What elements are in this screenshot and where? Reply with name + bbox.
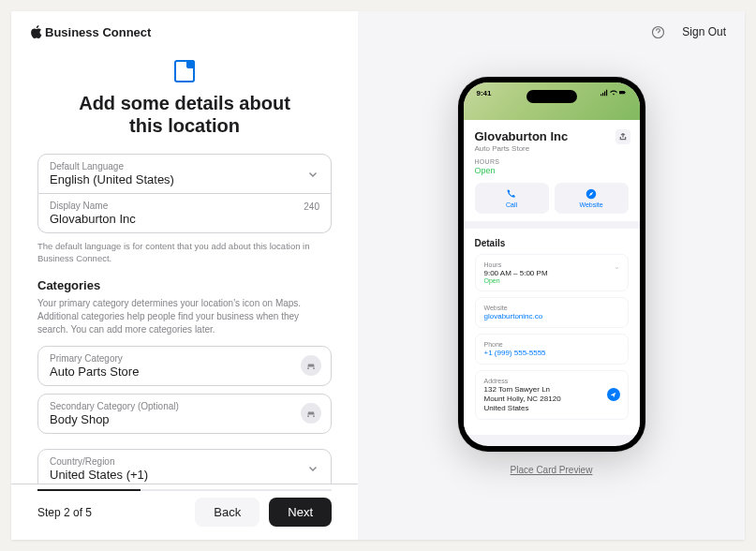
svg-rect-2 bbox=[625, 92, 626, 93]
secondary-category-field[interactable]: Secondary Category (Optional) Body Shop bbox=[37, 394, 332, 434]
share-icon bbox=[615, 129, 630, 144]
help-icon[interactable] bbox=[651, 25, 665, 39]
language-hint: The default language is for content that… bbox=[37, 241, 332, 265]
chevron-down-icon bbox=[306, 462, 319, 475]
wifi-icon bbox=[610, 89, 617, 97]
navigate-icon bbox=[607, 388, 620, 401]
place-card: Glovaburton Inc Auto Parts Store HOURS O… bbox=[464, 120, 640, 221]
apple-logo-icon bbox=[30, 25, 42, 38]
display-name-field[interactable]: Display Name Glovaburton Inc 240 bbox=[37, 194, 332, 233]
detail-website: Website glovaburtoninc.co bbox=[475, 297, 629, 328]
svg-rect-1 bbox=[619, 91, 625, 94]
call-action: Call bbox=[475, 183, 549, 214]
category-icon bbox=[301, 403, 321, 424]
status-icons bbox=[600, 89, 627, 97]
step-indicator: Step 2 of 5 bbox=[37, 506, 92, 519]
details-section: Details Hours 9:00 AM – 5:00 PM Open ⌄ W… bbox=[464, 229, 640, 435]
details-heading: Details bbox=[475, 238, 629, 248]
topbar: Business Connect Sign Out bbox=[11, 11, 745, 52]
brand-text: Business Connect bbox=[45, 25, 151, 39]
back-button[interactable]: Back bbox=[195, 498, 259, 527]
categories-desc: Your primary category determines your lo… bbox=[37, 297, 332, 336]
left-panel: Add some details about this location Def… bbox=[11, 11, 358, 540]
detail-hours: Hours 9:00 AM – 5:00 PM Open ⌄ bbox=[475, 254, 629, 291]
business-name: Glovaburton Inc bbox=[475, 129, 629, 143]
signal-icon bbox=[600, 89, 608, 97]
primary-category-field[interactable]: Primary Category Auto Parts Store bbox=[37, 346, 332, 386]
chevron-down-icon bbox=[306, 168, 319, 181]
business-category: Auto Parts Store bbox=[475, 144, 629, 153]
language-select[interactable]: Default Language English (United States) bbox=[37, 154, 332, 194]
hours-label: HOURS bbox=[475, 158, 629, 165]
brand: Business Connect bbox=[30, 25, 151, 39]
dynamic-island bbox=[526, 90, 577, 103]
phone-preview: 9:41 Glovaburton Inc Auto Parts Store HO… bbox=[458, 77, 645, 452]
page-title: Add some details about this location bbox=[37, 92, 332, 137]
detail-phone: Phone +1 (999) 555-5555 bbox=[475, 334, 629, 365]
hero-icon bbox=[37, 60, 332, 82]
char-count: 240 bbox=[304, 201, 319, 212]
phone-icon bbox=[506, 188, 517, 200]
progress-bar bbox=[37, 489, 332, 491]
chevron-down-icon: ⌄ bbox=[614, 262, 620, 271]
category-icon bbox=[301, 355, 321, 376]
next-button[interactable]: Next bbox=[269, 498, 332, 527]
right-panel: 9:41 Glovaburton Inc Auto Parts Store HO… bbox=[358, 11, 745, 540]
safari-icon bbox=[586, 188, 597, 200]
status-time: 9:41 bbox=[477, 89, 492, 97]
website-action: Website bbox=[555, 183, 629, 214]
categories-heading: Categories bbox=[37, 278, 332, 292]
open-status: Open bbox=[475, 166, 629, 175]
signout-link[interactable]: Sign Out bbox=[682, 25, 726, 38]
battery-icon bbox=[619, 89, 627, 97]
footer: Step 2 of 5 Back Next bbox=[11, 484, 358, 540]
country-select[interactable]: Country/Region United States (+1) bbox=[37, 449, 332, 484]
detail-address: Address 132 Tom Sawyer Ln Mount Holly, N… bbox=[475, 370, 629, 420]
preview-link[interactable]: Place Card Preview bbox=[511, 465, 593, 475]
